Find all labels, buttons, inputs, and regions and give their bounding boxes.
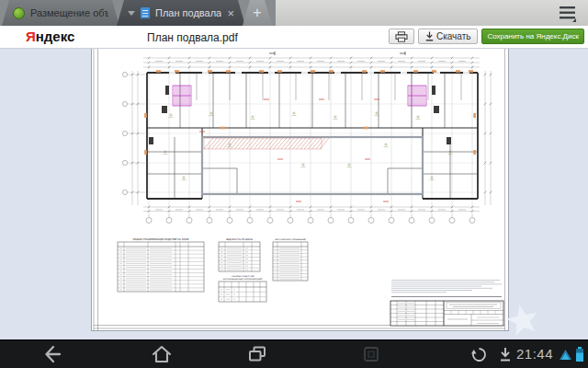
spec-table-title: ОБЩАЯ СПЕЦИФИКАЦИЯ ИЗДЕЛИЙ НА ЭТАЖ [132, 237, 188, 241]
print-button[interactable] [389, 29, 414, 44]
download-status-icon [499, 347, 512, 362]
back-button[interactable] [40, 343, 62, 365]
rooms-table-title: ЭКСПЛИКАЦИЯ ПОМЕЩЕНИЙ [275, 237, 306, 241]
tab-razmeshchenie[interactable]: Размещение объ... [2, 0, 119, 26]
clock[interactable]: 21:44 [516, 346, 553, 362]
plus-icon: + [253, 6, 261, 20]
tab-close-icon[interactable]: × [221, 7, 234, 19]
download-button[interactable]: Скачать [418, 29, 479, 44]
save-to-yandex-disk-button[interactable]: Сохранить на Яндекс.Диск [481, 29, 584, 44]
wifi-icon [559, 349, 572, 361]
download-icon [425, 31, 434, 41]
tab-label: План подвала.pdf... [155, 7, 221, 18]
recent-apps-button[interactable] [246, 343, 268, 365]
screenshot-button[interactable] [360, 343, 382, 365]
download-label: Скачать [436, 31, 471, 41]
partition-walls [180, 73, 445, 128]
document-title: План подвала.pdf [147, 31, 238, 44]
basement-floor-plan-drawing: ОБЩАЯ СПЕЦИФИКАЦИЯ ИЗДЕЛИЙ НА ЭТАЖ ВЕДОМ… [92, 49, 508, 330]
browser-window: Размещение объ... План подвала.pdf... × … [0, 0, 588, 368]
battery-icon [575, 346, 584, 362]
toolbar-actions: Скачать Сохранить на Яндекс.Диск [389, 29, 584, 44]
tab-plan-podvala[interactable]: План подвала.pdf... × [117, 0, 245, 26]
yandex-logo[interactable]: Яндекс [26, 29, 74, 44]
tab-label: Размещение объ... [30, 7, 108, 18]
android-navbar: 21:44 [0, 339, 588, 368]
printer-icon [395, 31, 408, 42]
openings-table-title: ВЕДОМОСТЬ ПРОЕМОВ [226, 238, 253, 241]
building-inner-walls [147, 128, 478, 199]
browser-menu-button[interactable] [549, 0, 586, 26]
pdf-document-icon [141, 7, 150, 18]
pdf-page: ОБЩАЯ СПЕЦИФИКАЦИЯ ИЗДЕЛИЙ НА ЭТАЖ ВЕДОМ… [92, 49, 508, 330]
save-label: Сохранить на Яндекс.Диск [487, 32, 579, 40]
pdf-viewer[interactable]: ОБЩАЯ СПЕЦИФИКАЦИЯ ИЗДЕЛИЙ НА ЭТАЖ ВЕДОМ… [0, 49, 588, 339]
courtyard-wall [202, 137, 423, 194]
chevron-down-icon[interactable] [128, 11, 135, 16]
holes-table-title-2: ДЛЯ ИНЖЕНЕРНЫХ КОММУНИКАЦИЙ [223, 277, 263, 281]
tab-strip: Размещение объ... План подвала.pdf... × … [0, 0, 588, 26]
sync-status-icon [470, 346, 488, 363]
home-button[interactable] [151, 343, 173, 365]
star-watermark [505, 303, 540, 338]
pdf-toolbar: Яндекс План подвала.pdf Скачать Сохранит… [0, 26, 588, 49]
tab-favicon-green [13, 7, 25, 19]
menu-icon [557, 2, 579, 24]
